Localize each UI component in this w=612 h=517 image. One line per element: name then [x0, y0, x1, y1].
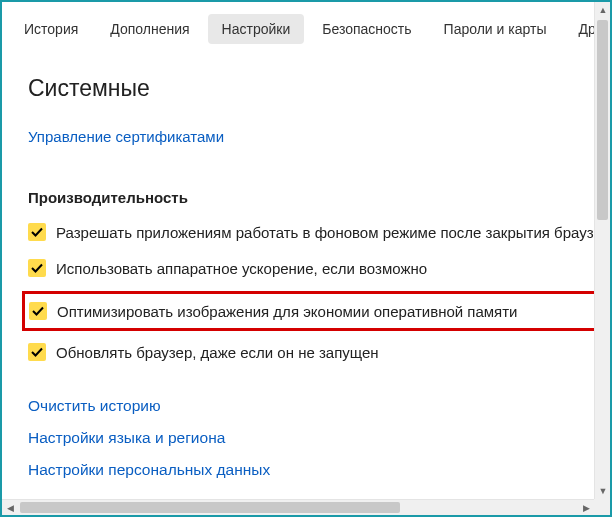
clear-history-link[interactable]: Очистить историю — [28, 397, 600, 415]
checkbox-hw-accel[interactable]: Использовать аппаратное ускорение, если … — [28, 257, 600, 279]
checkbox-background-apps[interactable]: Разрешать приложениям работать в фоновом… — [28, 221, 600, 243]
scroll-corner — [594, 499, 610, 515]
tab-addons[interactable]: Дополнения — [96, 14, 203, 44]
checkbox-label: Разрешать приложениям работать в фоновом… — [56, 224, 594, 241]
vertical-scrollbar[interactable]: ▲ ▼ — [594, 2, 610, 499]
checkbox-label: Использовать аппаратное ускорение, если … — [56, 260, 427, 277]
language-settings-link[interactable]: Настройки языка и региона — [28, 429, 600, 447]
horizontal-scrollbar[interactable]: ◀ ▶ — [2, 499, 594, 515]
scroll-thumb[interactable] — [597, 20, 608, 220]
checkbox-icon[interactable] — [28, 223, 46, 241]
performance-section-title: Производительность — [28, 189, 600, 206]
checkbox-icon[interactable] — [29, 302, 47, 320]
page-title: Системные — [28, 75, 600, 102]
tab-security[interactable]: Безопасность — [308, 14, 425, 44]
tab-passwords[interactable]: Пароли и карты — [430, 14, 561, 44]
checkbox-label: Обновлять браузер, даже если он не запущ… — [56, 344, 379, 361]
main-content: Системные Управление сертификатами Произ… — [2, 55, 610, 503]
checkbox-icon[interactable] — [28, 259, 46, 277]
checkbox-icon[interactable] — [28, 343, 46, 361]
checkbox-optimize-images[interactable]: Оптимизировать изображения для экономии … — [22, 291, 600, 331]
tab-history[interactable]: История — [10, 14, 92, 44]
scroll-up-icon[interactable]: ▲ — [595, 2, 610, 18]
manage-certificates-link[interactable]: Управление сертификатами — [28, 128, 600, 145]
personal-data-link[interactable]: Настройки персональных данных — [28, 461, 600, 479]
tab-settings[interactable]: Настройки — [208, 14, 305, 44]
scroll-down-icon[interactable]: ▼ — [595, 483, 610, 499]
scroll-left-icon[interactable]: ◀ — [2, 500, 18, 515]
scroll-right-icon[interactable]: ▶ — [578, 500, 594, 515]
checkbox-update-browser[interactable]: Обновлять браузер, даже если он не запущ… — [28, 341, 600, 363]
checkbox-label: Оптимизировать изображения для экономии … — [57, 303, 517, 320]
scroll-thumb[interactable] — [20, 502, 400, 513]
tabs-bar: История Дополнения Настройки Безопасност… — [2, 2, 610, 55]
